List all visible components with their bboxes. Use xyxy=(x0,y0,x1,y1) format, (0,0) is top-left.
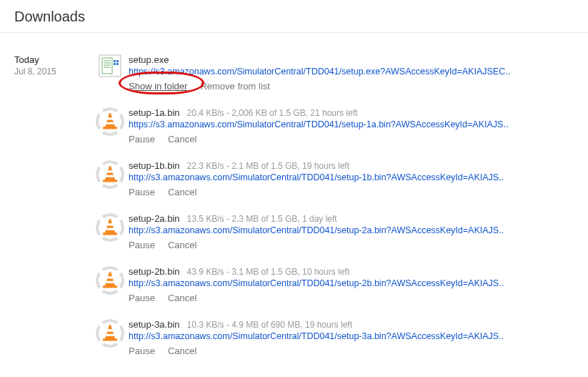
download-filename[interactable]: setup-1b.bin xyxy=(129,160,180,171)
download-url[interactable]: http://s3.amazonaws.com/SimulatorCentral… xyxy=(129,225,550,235)
date-label: Today xyxy=(14,54,91,65)
download-actions: PauseCancel xyxy=(129,346,574,356)
download-item: setup.exehttps://s3.amazonaws.com/Simula… xyxy=(91,54,574,92)
download-filename[interactable]: setup-2b.bin xyxy=(129,266,180,277)
download-url[interactable]: https://s3.amazonaws.com/SimulatorCentra… xyxy=(129,67,550,77)
page-header: Downloads xyxy=(0,0,588,33)
page-title: Downloads xyxy=(14,9,574,25)
cancel-link[interactable]: Cancel xyxy=(168,134,196,145)
download-stats: 13.5 KB/s - 2.3 MB of 1.5 GB, 1 day left xyxy=(187,214,337,224)
download-filename[interactable]: setup.exe xyxy=(129,54,169,65)
vlc-cone-icon xyxy=(91,266,129,303)
download-details: setup-2b.bin43.9 KB/s - 3.1 MB of 1.5 GB… xyxy=(129,266,574,303)
pause-link[interactable]: Pause xyxy=(129,187,155,197)
download-item: setup-3a.bin10.3 KB/s - 4.9 MB of 690 MB… xyxy=(91,319,574,356)
file-icon xyxy=(91,54,129,92)
downloads-list: setup.exehttps://s3.amazonaws.com/Simula… xyxy=(91,54,574,372)
pause-link[interactable]: Pause xyxy=(129,293,155,303)
date-column: Today Jul 8, 2015 xyxy=(14,54,91,372)
download-url[interactable]: https://s3.amazonaws.com/SimulatorCentra… xyxy=(129,119,550,129)
download-stats: 22.3 KB/s - 2.1 MB of 1.5 GB, 19 hours l… xyxy=(187,161,349,171)
download-filename[interactable]: setup-1a.bin xyxy=(129,107,180,118)
download-actions: PauseCancel xyxy=(129,187,574,197)
cancel-link[interactable]: Cancel xyxy=(168,293,196,303)
downloads-content: Today Jul 8, 2015 setup.exehttps://s3.am… xyxy=(0,33,588,377)
pause-link[interactable]: Pause xyxy=(129,240,155,250)
vlc-cone-icon xyxy=(91,160,129,197)
download-filename[interactable]: setup-3a.bin xyxy=(129,319,180,330)
download-details: setup-1a.bin20.4 KB/s - 2,006 KB of 1.5 … xyxy=(129,107,574,145)
download-details: setup-3a.bin10.3 KB/s - 4.9 MB of 690 MB… xyxy=(129,319,574,356)
download-stats: 10.3 KB/s - 4.9 MB of 690 MB, 19 hours l… xyxy=(187,320,352,330)
cancel-link[interactable]: Cancel xyxy=(168,187,196,197)
download-url[interactable]: http://s3.amazonaws.com/SimulatorCentral… xyxy=(129,278,550,288)
show-in-folder-link[interactable]: Show in folder xyxy=(129,81,187,92)
vlc-cone-icon xyxy=(91,319,129,356)
download-actions: PauseCancel xyxy=(129,293,574,303)
download-item: setup-1a.bin20.4 KB/s - 2,006 KB of 1.5 … xyxy=(91,107,574,145)
download-actions: PauseCancel xyxy=(129,240,574,250)
download-item: setup-1b.bin22.3 KB/s - 2.1 MB of 1.5 GB… xyxy=(91,160,574,197)
download-details: setup-1b.bin22.3 KB/s - 2.1 MB of 1.5 GB… xyxy=(129,160,574,197)
pause-link[interactable]: Pause xyxy=(129,346,155,356)
download-stats: 20.4 KB/s - 2,006 KB of 1.5 GB, 21 hours… xyxy=(187,108,358,118)
download-filename[interactable]: setup-2a.bin xyxy=(129,213,180,224)
cancel-link[interactable]: Cancel xyxy=(168,346,196,356)
download-url[interactable]: http://s3.amazonaws.com/SimulatorCentral… xyxy=(129,331,550,341)
date-value: Jul 8, 2015 xyxy=(14,67,91,77)
download-actions: Show in folderRemove from list xyxy=(129,81,574,92)
download-url[interactable]: http://s3.amazonaws.com/SimulatorCentral… xyxy=(129,172,550,182)
cancel-link[interactable]: Cancel xyxy=(168,240,196,250)
download-item: setup-2a.bin13.5 KB/s - 2.3 MB of 1.5 GB… xyxy=(91,213,574,250)
download-actions: PauseCancel xyxy=(129,134,574,145)
vlc-cone-icon xyxy=(91,107,129,145)
remove-from-list-link[interactable]: Remove from list xyxy=(200,81,270,92)
download-item: setup-2b.bin43.9 KB/s - 3.1 MB of 1.5 GB… xyxy=(91,266,574,303)
download-details: setup.exehttps://s3.amazonaws.com/Simula… xyxy=(129,54,574,92)
vlc-cone-icon xyxy=(91,213,129,250)
download-details: setup-2a.bin13.5 KB/s - 2.3 MB of 1.5 GB… xyxy=(129,213,574,250)
pause-link[interactable]: Pause xyxy=(129,134,155,145)
download-stats: 43.9 KB/s - 3.1 MB of 1.5 GB, 10 hours l… xyxy=(187,267,349,277)
